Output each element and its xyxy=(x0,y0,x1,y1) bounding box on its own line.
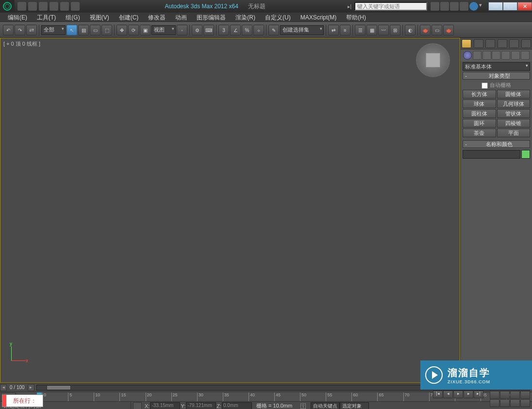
link-button[interactable]: ⮂ xyxy=(26,25,37,35)
zoom-extents-button[interactable] xyxy=(510,391,520,399)
keyboard-shortcut-button[interactable]: ⌨ xyxy=(203,25,214,35)
render-frame-button[interactable]: ▭ xyxy=(432,25,442,35)
subscription-icon[interactable] xyxy=(440,2,449,11)
viewcube[interactable] xyxy=(416,43,450,77)
object-color-swatch[interactable] xyxy=(521,150,530,159)
window-crossing-button[interactable]: ⬚ xyxy=(101,25,112,35)
maximize-button[interactable]: ☐ xyxy=(503,2,517,11)
zoom-button[interactable] xyxy=(490,391,499,399)
menu-modifiers[interactable]: 修改器 xyxy=(143,13,170,23)
undo-icon[interactable] xyxy=(50,2,58,11)
new-icon[interactable] xyxy=(17,2,26,11)
auto-key-button[interactable]: 自动关键点 xyxy=(311,402,340,409)
menu-rendering[interactable]: 渲染(R) xyxy=(231,13,260,23)
close-button[interactable]: ✕ xyxy=(517,2,532,11)
help-icon[interactable] xyxy=(469,2,478,11)
y-coord-input[interactable]: -79.121mm xyxy=(186,402,216,409)
cat-spacewarps[interactable] xyxy=(511,51,520,60)
curve-editor-button[interactable]: 〰 xyxy=(378,25,389,35)
help-dropdown-icon[interactable]: ▾ xyxy=(479,2,484,11)
cat-shapes[interactable] xyxy=(473,51,482,60)
redo-button[interactable]: ↷ xyxy=(15,25,25,35)
rollout-name-color[interactable]: -名称和颜色 xyxy=(463,140,530,148)
ref-coord-combo[interactable]: 视图 xyxy=(151,25,176,35)
infocenter-search-input[interactable] xyxy=(354,2,427,11)
menu-tools[interactable]: 工具(T) xyxy=(32,13,61,23)
tab-display[interactable] xyxy=(509,39,519,48)
rect-region-button[interactable]: ▭ xyxy=(90,25,100,35)
exchange-icon[interactable] xyxy=(450,2,459,11)
obj-torus-button[interactable]: 圆环 xyxy=(463,119,496,128)
rollout-object-type[interactable]: -对象类型 xyxy=(463,72,530,80)
selection-lock-icon[interactable] xyxy=(133,402,142,409)
orbit-button[interactable] xyxy=(510,399,520,407)
named-sel-edit-button[interactable]: ✎ xyxy=(268,25,279,35)
app-menu-button[interactable] xyxy=(0,0,15,13)
menu-create[interactable]: 创建(C) xyxy=(114,13,144,23)
category-combo[interactable]: 标准基本体 xyxy=(463,62,530,71)
tab-hierarchy[interactable] xyxy=(485,39,495,48)
obj-teapot-button[interactable]: 茶壶 xyxy=(463,129,496,137)
selection-filter-combo[interactable]: 全部 xyxy=(41,25,66,35)
obj-plane-button[interactable]: 平面 xyxy=(497,129,531,137)
select-move-button[interactable]: ✥ xyxy=(116,25,127,35)
pan-button[interactable] xyxy=(500,399,510,407)
goto-start-button[interactable]: |◂ xyxy=(433,391,443,398)
mirror-button[interactable]: ⇄ xyxy=(328,25,339,35)
cat-geometry[interactable] xyxy=(463,51,472,60)
angle-snap-button[interactable]: ∠ xyxy=(230,25,241,35)
minimize-button[interactable]: — xyxy=(488,2,503,11)
key-target-combo[interactable]: 选定对象 xyxy=(340,402,369,409)
z-coord-input[interactable]: 0.0mm xyxy=(222,402,252,409)
named-sel-combo[interactable]: 创建选择集 xyxy=(280,25,324,35)
autogrid-checkbox[interactable]: 自动栅格 xyxy=(461,81,532,90)
trackbar-right-icon[interactable]: ▸ xyxy=(28,384,34,391)
select-rotate-button[interactable]: ⟳ xyxy=(128,25,139,35)
schematic-view-button[interactable]: ⊞ xyxy=(390,25,400,35)
render-setup-button[interactable]: 🫖 xyxy=(420,25,431,35)
cat-cameras[interactable] xyxy=(492,51,500,60)
snap-toggle-button[interactable]: 3 xyxy=(218,25,229,35)
undo-button[interactable]: ↶ xyxy=(3,25,14,35)
select-object-button[interactable]: ↖ xyxy=(66,25,77,35)
next-frame-button[interactable]: ▸ xyxy=(464,391,473,398)
menu-customize[interactable]: 自定义(U) xyxy=(260,13,296,23)
spinner-snap-button[interactable]: ⟐ xyxy=(253,25,264,35)
play-button[interactable]: ▸ xyxy=(453,391,463,398)
obj-box-button[interactable]: 长方体 xyxy=(463,90,496,98)
menu-animation[interactable]: 动画 xyxy=(170,13,192,23)
prev-frame-button[interactable]: ◂ xyxy=(443,391,453,398)
zoom-all-button[interactable] xyxy=(500,391,510,399)
maximize-viewport-button[interactable] xyxy=(520,399,530,407)
tab-modify[interactable] xyxy=(474,39,483,48)
open-icon[interactable] xyxy=(28,2,37,11)
cat-lights[interactable] xyxy=(482,51,491,60)
object-name-input[interactable] xyxy=(463,150,520,159)
obj-geosphere-button[interactable]: 几何球体 xyxy=(497,99,531,108)
material-editor-button[interactable]: ◐ xyxy=(405,25,416,35)
render-button[interactable]: 🫖 xyxy=(443,25,454,35)
redo-icon[interactable] xyxy=(60,2,69,11)
menu-graph-editors[interactable]: 图形编辑器 xyxy=(192,13,231,23)
fov-button[interactable] xyxy=(490,399,499,407)
menu-views[interactable]: 视图(V) xyxy=(85,13,114,23)
favorites-icon[interactable] xyxy=(460,2,468,11)
menu-edit[interactable]: 编辑(E) xyxy=(3,13,32,23)
obj-cylinder-button[interactable]: 圆柱体 xyxy=(463,109,496,118)
viewport-top[interactable]: [ + 0 顶 0 线框 ] y x xyxy=(0,38,460,383)
align-button[interactable]: ≡ xyxy=(340,25,350,35)
cat-helpers[interactable] xyxy=(501,51,510,60)
obj-cone-button[interactable]: 圆锥体 xyxy=(497,90,531,98)
tab-utilities[interactable] xyxy=(521,39,531,48)
search-icon[interactable] xyxy=(431,2,439,11)
select-manipulate-button[interactable]: ⚙ xyxy=(192,25,202,35)
save-icon[interactable] xyxy=(39,2,48,11)
qat-dropdown-icon[interactable] xyxy=(71,2,80,11)
x-coord-input[interactable]: -33.15mm xyxy=(150,402,180,409)
viewport-label[interactable]: [ + 0 顶 0 线框 ] xyxy=(3,40,40,48)
graphite-button[interactable]: ▦ xyxy=(366,25,377,35)
menu-maxscript[interactable]: MAXScript(M) xyxy=(296,13,342,22)
tab-create[interactable] xyxy=(462,39,471,48)
obj-tube-button[interactable]: 管状体 xyxy=(497,109,531,118)
goto-end-button[interactable]: ▸| xyxy=(474,391,483,398)
